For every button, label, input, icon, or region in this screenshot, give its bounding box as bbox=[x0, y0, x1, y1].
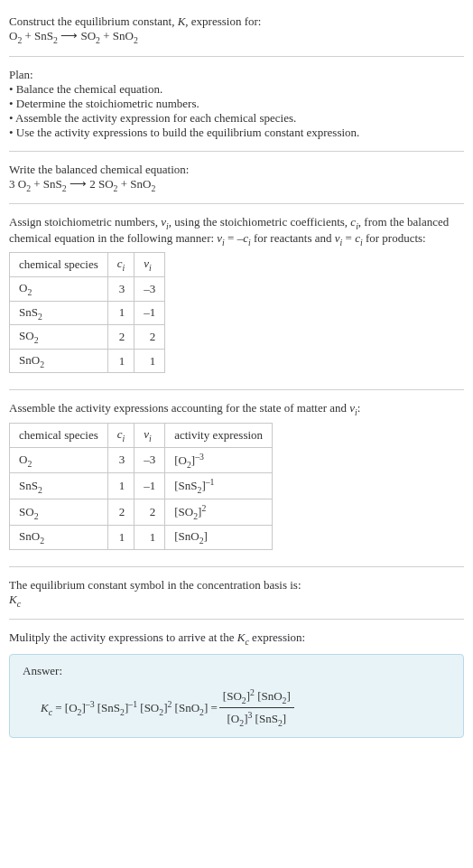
divider bbox=[9, 619, 464, 620]
table-row: SO2 2 2 [SO2]2 bbox=[10, 499, 273, 526]
table-row: chemical species ci νi bbox=[10, 253, 165, 277]
answer-expression: Kc = [O2]–3 [SnS2]–1 [SO2]2 [SnO2] = [SO… bbox=[23, 687, 450, 728]
fraction-denominator: [O2]3 [SnS2] bbox=[224, 708, 291, 728]
col-header: ci bbox=[107, 253, 134, 277]
cell-v: –3 bbox=[134, 447, 165, 473]
fraction-numerator: [SO2]2 [SnO2] bbox=[219, 687, 294, 708]
cell-activity: [O2]–3 bbox=[165, 447, 273, 473]
answer-lhs: Kc = [O2]–3 [SnS2]–1 [SO2]2 [SnO2] = bbox=[41, 699, 218, 717]
divider bbox=[9, 56, 464, 57]
basis-section: The equilibrium constant symbol in the c… bbox=[9, 571, 464, 616]
cell-c: 3 bbox=[107, 276, 134, 301]
assign-text: Assign stoichiometric numbers, νi, using… bbox=[9, 215, 464, 247]
activity-section: Assemble the activity expressions accoun… bbox=[9, 394, 464, 563]
col-header: activity expression bbox=[165, 423, 273, 447]
plan-title: Plan: bbox=[9, 68, 464, 82]
col-header: chemical species bbox=[10, 253, 108, 277]
divider bbox=[9, 566, 464, 567]
header-equation: O2 + SnS2 ⟶ SO2 + SnO2 bbox=[9, 29, 464, 45]
header-line1: Construct the equilibrium constant, K, e… bbox=[9, 14, 464, 29]
cell-species: O2 bbox=[10, 447, 108, 473]
col-header: chemical species bbox=[10, 423, 108, 447]
header-section: Construct the equilibrium constant, K, e… bbox=[9, 7, 464, 52]
basis-line2: Kc bbox=[9, 593, 464, 609]
table-row: O2 3 –3 bbox=[10, 276, 165, 301]
plan-section: Plan: • Balance the chemical equation. •… bbox=[9, 61, 464, 147]
table-row: SnS2 1 –1 [SnS2]–1 bbox=[10, 473, 273, 499]
cell-species: SO2 bbox=[10, 325, 108, 350]
cell-v: –1 bbox=[134, 473, 165, 499]
cell-activity: [SO2]2 bbox=[165, 499, 273, 526]
cell-v: 1 bbox=[134, 349, 165, 373]
cell-species: O2 bbox=[10, 276, 108, 301]
table-row: SnO2 1 1 bbox=[10, 349, 165, 373]
answer-label: Answer: bbox=[23, 664, 450, 678]
cell-species: SnO2 bbox=[10, 349, 108, 373]
cell-activity: [SnS2]–1 bbox=[165, 473, 273, 499]
plan-item: • Balance the chemical equation. bbox=[9, 82, 464, 97]
cell-c: 1 bbox=[107, 301, 134, 325]
cell-species: SnS2 bbox=[10, 301, 108, 325]
col-header: ci bbox=[107, 423, 134, 447]
activity-table: chemical species ci νi activity expressi… bbox=[9, 423, 273, 550]
cell-v: 2 bbox=[134, 325, 165, 350]
cell-species: SnO2 bbox=[10, 526, 108, 550]
table-row: chemical species ci νi activity expressi… bbox=[10, 423, 273, 447]
balanced-section: Write the balanced chemical equation: 3 … bbox=[9, 155, 464, 201]
cell-c: 2 bbox=[107, 325, 134, 350]
cell-c: 2 bbox=[107, 499, 134, 526]
cell-c: 3 bbox=[107, 447, 134, 473]
plan-item: • Assemble the activity expression for e… bbox=[9, 111, 464, 126]
basis-line1: The equilibrium constant symbol in the c… bbox=[9, 578, 464, 593]
cell-v: –1 bbox=[134, 301, 165, 325]
cell-species: SO2 bbox=[10, 499, 108, 526]
cell-c: 1 bbox=[107, 526, 134, 550]
multiply-section: Mulitply the activity expressions to arr… bbox=[9, 623, 464, 748]
cell-species: SnS2 bbox=[10, 473, 108, 499]
table-row: SnO2 1 1 [SnO2] bbox=[10, 526, 273, 550]
table-row: O2 3 –3 [O2]–3 bbox=[10, 447, 273, 473]
assign-section: Assign stoichiometric numbers, νi, using… bbox=[9, 208, 464, 386]
cell-c: 1 bbox=[107, 349, 134, 373]
divider bbox=[9, 151, 464, 152]
divider bbox=[9, 203, 464, 204]
cell-activity: [SnO2] bbox=[165, 526, 273, 550]
plan-item: • Determine the stoichiometric numbers. bbox=[9, 97, 464, 111]
cell-v: –3 bbox=[134, 276, 165, 301]
cell-v: 1 bbox=[134, 526, 165, 550]
plan-item: • Use the activity expressions to build … bbox=[9, 126, 464, 140]
col-header: νi bbox=[134, 423, 165, 447]
answer-box: Answer: Kc = [O2]–3 [SnS2]–1 [SO2]2 [SnO… bbox=[9, 654, 464, 738]
table-row: SnS2 1 –1 bbox=[10, 301, 165, 325]
cell-v: 2 bbox=[134, 499, 165, 526]
divider bbox=[9, 389, 464, 390]
col-header: νi bbox=[134, 253, 165, 277]
stoich-table: chemical species ci νi O2 3 –3 SnS2 1 –1… bbox=[9, 252, 165, 373]
answer-fraction: [SO2]2 [SnO2] [O2]3 [SnS2] bbox=[219, 687, 294, 728]
cell-c: 1 bbox=[107, 473, 134, 499]
activity-text: Assemble the activity expressions accoun… bbox=[9, 401, 464, 417]
multiply-text: Mulitply the activity expressions to arr… bbox=[9, 630, 464, 647]
balanced-equation: 3 O2 + SnS2 ⟶ 2 SO2 + SnO2 bbox=[9, 177, 464, 193]
table-row: SO2 2 2 bbox=[10, 325, 165, 350]
balanced-title: Write the balanced chemical equation: bbox=[9, 163, 464, 177]
